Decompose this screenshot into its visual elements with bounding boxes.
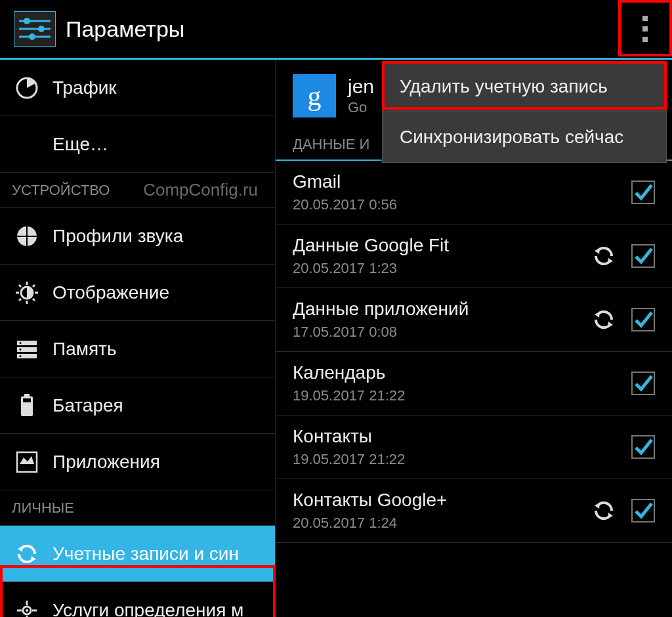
sync-item-title: Данные приложений — [293, 299, 591, 320]
apps-icon — [12, 451, 42, 473]
sync-item-date: 17.05.2017 0:08 — [293, 324, 591, 341]
svg-marker-35 — [595, 248, 600, 254]
svg-marker-36 — [608, 258, 613, 264]
storage-icon — [12, 338, 42, 360]
sidebar-item-audio[interactable]: Профили звука — [0, 208, 275, 265]
svg-marker-38 — [608, 322, 613, 328]
sync-icon — [12, 542, 42, 566]
sidebar-item-display[interactable]: Отображение — [0, 265, 275, 321]
svg-point-30 — [26, 609, 28, 612]
settings-app-icon — [12, 9, 58, 49]
sidebar-item-label: Учетные записи и син — [52, 543, 239, 564]
sidebar-item-label: Профили звука — [52, 226, 183, 247]
sync-row[interactable]: Данные приложений17.05.2017 0:08 — [276, 288, 672, 352]
sync-item-title: Контакты — [293, 426, 631, 447]
menu-item-remove-account[interactable]: Удалить учетную запись — [383, 62, 666, 112]
google-badge-icon: g — [293, 74, 336, 117]
overflow-menu-popup: Удалить учетную запись Синхронизировать … — [382, 61, 667, 163]
sync-row[interactable]: Календарь19.05.2017 21:22 — [276, 352, 672, 415]
sync-item-title: Контакты Google+ — [293, 490, 591, 511]
svg-rect-25 — [23, 398, 31, 402]
location-icon — [12, 599, 42, 617]
sidebar-item-label: Память — [52, 339, 117, 360]
sidebar-item-location[interactable]: Услуги определения м — [0, 582, 275, 617]
refresh-icon — [591, 307, 617, 333]
svg-point-20 — [20, 342, 22, 344]
sync-list: Gmail20.05.2017 0:56Данные Google Fit20.… — [276, 161, 672, 543]
titlebar: Параметры — [0, 0, 672, 58]
sync-item-date: 20.05.2017 1:24 — [293, 515, 591, 532]
sidebar-item-label: Приложения — [52, 452, 160, 473]
sidebar-item-traffic[interactable]: Трафик — [0, 60, 275, 116]
sync-checkbox[interactable] — [631, 181, 655, 204]
svg-point-4 — [38, 26, 45, 32]
svg-line-15 — [33, 285, 35, 287]
svg-point-21 — [20, 349, 22, 351]
display-icon — [12, 281, 42, 305]
svg-line-13 — [19, 285, 21, 287]
sidebar-item-apps[interactable]: Приложения — [0, 434, 275, 490]
svg-marker-39 — [595, 503, 600, 509]
sync-row[interactable]: Данные Google Fit20.05.2017 1:23 — [276, 224, 672, 288]
account-name: jen — [348, 75, 374, 98]
sidebar-item-label: Еще… — [52, 134, 108, 155]
refresh-icon — [591, 498, 617, 524]
sync-row[interactable]: Контакты Google+20.05.2017 1:24 — [276, 479, 672, 543]
sync-item-title: Календарь — [293, 362, 631, 383]
sync-row[interactable]: Gmail20.05.2017 0:56 — [276, 161, 672, 224]
sidebar-item-battery[interactable]: Батарея — [0, 377, 275, 434]
svg-marker-40 — [608, 513, 613, 519]
sync-checkbox[interactable] — [631, 372, 655, 395]
sidebar-item-label: Трафик — [52, 77, 117, 98]
svg-line-16 — [19, 299, 21, 301]
svg-point-2 — [24, 18, 30, 24]
battery-icon — [12, 394, 42, 417]
pie-icon — [12, 77, 42, 99]
sync-item-date: 20.05.2017 0:56 — [293, 196, 631, 213]
sync-checkbox[interactable] — [631, 308, 655, 331]
watermark: CompConfig.ru — [143, 180, 258, 200]
svg-point-22 — [20, 355, 22, 357]
account-provider: Go — [348, 99, 374, 116]
sidebar-item-accounts-sync[interactable]: Учетные записи и син — [0, 526, 275, 582]
menu-item-sync-now[interactable]: Синхронизировать сейчас — [383, 112, 666, 162]
page-title: Параметры — [66, 16, 184, 42]
overflow-menu-button[interactable] — [618, 0, 672, 58]
svg-point-6 — [29, 33, 35, 40]
sync-item-date: 20.05.2017 1:23 — [293, 260, 591, 277]
svg-rect-24 — [24, 394, 30, 397]
svg-line-14 — [33, 299, 35, 301]
sync-item-title: Gmail — [293, 171, 631, 192]
svg-marker-37 — [595, 312, 600, 318]
sync-item-date: 19.05.2017 21:22 — [293, 451, 631, 468]
settings-sidebar: Трафик Еще… УСТРОЙСТВО CompConfig.ru Про… — [0, 60, 276, 617]
sidebar-item-storage[interactable]: Память — [0, 321, 275, 377]
refresh-icon — [591, 243, 617, 269]
sync-checkbox[interactable] — [631, 499, 655, 522]
sync-row[interactable]: Контакты19.05.2017 21:22 — [276, 415, 672, 479]
sync-item-title: Данные Google Fit — [293, 235, 591, 256]
sidebar-item-label: Услуги определения м — [52, 600, 243, 617]
sync-checkbox[interactable] — [631, 435, 655, 459]
dots-icon — [642, 16, 648, 21]
audio-icon — [12, 225, 42, 247]
sidebar-item-label: Батарея — [52, 395, 123, 416]
sidebar-item-label: Отображение — [52, 282, 169, 303]
sidebar-item-more[interactable]: Еще… — [0, 116, 275, 173]
sync-item-date: 19.05.2017 21:22 — [293, 387, 631, 404]
section-personal-header: ЛИЧНЫЕ — [0, 490, 275, 526]
section-device-header: УСТРОЙСТВО CompConfig.ru — [0, 173, 275, 208]
sync-checkbox[interactable] — [631, 244, 655, 268]
svg-marker-27 — [18, 546, 23, 552]
svg-marker-28 — [31, 556, 36, 562]
account-sync-panel: g jen Go ДАННЫЕ И Gmail20.05.2017 0:56Да… — [276, 60, 672, 617]
